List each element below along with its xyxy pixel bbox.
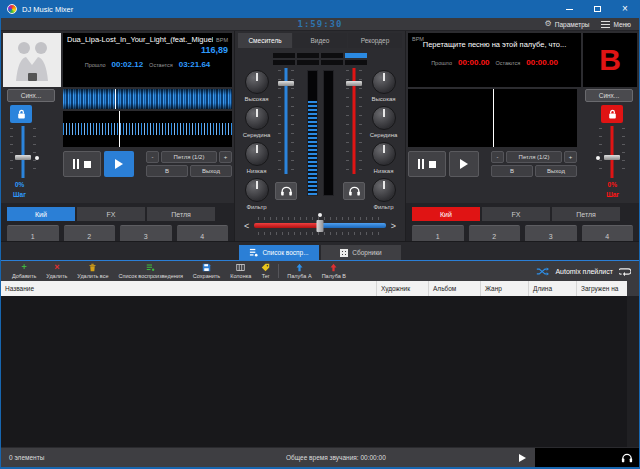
deck-b-waveform[interactable] (408, 89, 577, 147)
deck-a-loop-out-button[interactable]: Выход (190, 165, 232, 177)
deck-a-play-button[interactable] (104, 151, 134, 177)
column-artist[interactable]: Художник (377, 281, 429, 296)
deck-b-vu-meter (323, 70, 334, 196)
deck-b-pitch-value: 0% (608, 181, 617, 188)
gain-indicators (238, 53, 402, 65)
menu-button[interactable]: Меню (601, 21, 631, 28)
deck-b-loop-plus-button[interactable]: + (564, 151, 577, 163)
headphones-icon (621, 453, 633, 463)
playlist-table-body[interactable] (1, 296, 639, 447)
deck-b-info-panel: BPM Перетащите песню на этой палубе, что… (408, 33, 581, 87)
deck-a-loop-controls: - Петля (1/2) + В Выход (146, 151, 232, 177)
crossfader-track[interactable] (254, 217, 385, 235)
deck-a-tab-cue[interactable]: Кий (7, 207, 75, 221)
plus-icon: + (22, 263, 27, 273)
maximize-button[interactable] (583, 0, 611, 18)
save-button[interactable]: Сохранить (188, 263, 225, 280)
deck-b-pause-stop-button[interactable] (408, 151, 446, 177)
automix-label[interactable]: Automix плейлист (555, 268, 613, 275)
headphones-icon (348, 186, 361, 196)
deck-b-pitch-step-label: Шаг (606, 191, 619, 198)
fader-handle[interactable] (346, 81, 362, 86)
column-album[interactable]: Альбом (429, 281, 481, 296)
deck-b-loop-minus-button[interactable]: - (491, 151, 504, 163)
close-button[interactable]: × (611, 0, 639, 18)
deck-b-loop-out-button[interactable]: Выход (535, 165, 577, 177)
tab-collections[interactable]: Сборники (321, 245, 401, 260)
crossfader-handle[interactable] (317, 220, 324, 232)
column-loaded-on[interactable]: Загружен на (577, 281, 627, 296)
deck-a-filter-knob[interactable] (245, 178, 269, 202)
deck-a-pitch-value: 0% (15, 181, 24, 188)
deck-b-elapsed-time: 00:00.00 (458, 58, 490, 67)
deck-a-tab-loop[interactable]: Петля (147, 207, 215, 221)
column-genre[interactable]: Жанр (481, 281, 529, 296)
deck-b-mid-knob[interactable] (372, 106, 396, 130)
deck-a-low-knob[interactable] (245, 142, 269, 166)
deck-a-pitch-slider[interactable] (10, 126, 36, 178)
preview-play-button[interactable] (509, 454, 535, 462)
columns-icon (236, 263, 245, 273)
deck-b-sync-button[interactable]: Синх... (585, 89, 633, 102)
arrow-up-blue-icon (295, 263, 304, 273)
settings-button[interactable]: ⚙ Параметры (545, 20, 590, 28)
deck-b-loop-label[interactable]: Петля (1/2) (506, 151, 562, 163)
deck-a-loop-label[interactable]: Петля (1/2) (161, 151, 217, 163)
deck-a-sync-button[interactable]: Синх... (7, 89, 55, 102)
mixer-tab-recorder[interactable]: Рекордер (348, 33, 402, 48)
automix-controls: Automix плейлист (536, 267, 631, 276)
load-deck-a-button[interactable]: Палуба A (282, 263, 316, 280)
mixer-tab-mixer[interactable]: Смеситель (238, 33, 292, 48)
deck-b-pitch-slider[interactable] (599, 126, 625, 178)
mixer-tab-video[interactable]: Видео (293, 33, 347, 48)
add-button[interactable]: + Добавить (7, 263, 41, 280)
deck-b-volume-fader[interactable] (346, 68, 362, 174)
deck-a-pause-stop-button[interactable] (63, 151, 101, 177)
deck-a-high-knob[interactable] (245, 70, 269, 94)
repeat-icon[interactable] (619, 267, 631, 276)
fader-handle[interactable] (278, 81, 294, 86)
deck-a-overview-waveform[interactable] (63, 89, 232, 109)
deck-b-tab-loop[interactable]: Петля (552, 207, 620, 221)
total-time: Общее время звучания: 00:00:00 (286, 454, 509, 461)
deck-a-elapsed-label: Прошло (85, 62, 106, 68)
deck-a-bpm-label: BPM (216, 37, 228, 43)
column-button[interactable]: Колонка (225, 263, 256, 280)
deck-b-loop-in-button[interactable]: В (491, 165, 533, 177)
crossfader-left-arrow[interactable]: < (244, 222, 249, 231)
deck-a-loop-plus-button[interactable]: + (219, 151, 232, 163)
play-icon (115, 159, 123, 169)
deck-b-filter-knob[interactable] (372, 178, 396, 202)
pitch-handle[interactable] (15, 155, 31, 160)
load-deck-b-button[interactable]: Палуба B (317, 263, 351, 280)
column-length[interactable]: Длина (529, 281, 577, 296)
minimize-button[interactable] (555, 0, 583, 18)
deck-a-mid-knob[interactable] (245, 106, 269, 130)
tag-button[interactable]: Тег (256, 263, 275, 280)
deck-b-play-button[interactable] (449, 151, 479, 177)
deck-a-detail-waveform[interactable] (63, 111, 232, 147)
delete-all-button[interactable]: Удалить все (72, 263, 113, 280)
deck-b-high-knob[interactable] (372, 70, 396, 94)
deck-b-tab-fx[interactable]: FX (482, 207, 550, 221)
deck-a-loop-minus-button[interactable]: - (146, 151, 159, 163)
playlist-button[interactable]: Список воспроизведения (114, 263, 188, 280)
deck-b-keylock-button[interactable] (601, 105, 623, 123)
delete-button[interactable]: × Удалить (41, 263, 72, 280)
deck-a-volume-fader[interactable] (278, 68, 294, 174)
headphones-icon (280, 186, 293, 196)
tab-playlist[interactable]: Список воспр... (239, 245, 319, 260)
deck-b-tab-cue[interactable]: Кий (412, 207, 480, 221)
deck-a-headphone-cue-button[interactable] (275, 182, 297, 200)
preview-player[interactable] (535, 448, 639, 467)
deck-a-loop-in-button[interactable]: В (146, 165, 188, 177)
crossfader-right-arrow[interactable]: > (391, 222, 396, 231)
window-title: DJ Music Mixer (22, 5, 73, 14)
column-title[interactable]: Название (1, 281, 377, 296)
deck-b-headphone-cue-button[interactable] (343, 182, 365, 200)
pitch-handle[interactable] (604, 155, 620, 160)
deck-a-tab-fx[interactable]: FX (77, 207, 145, 221)
deck-a-keylock-button[interactable] (10, 105, 32, 123)
shuffle-icon[interactable] (536, 267, 549, 276)
deck-b-low-knob[interactable] (372, 142, 396, 166)
